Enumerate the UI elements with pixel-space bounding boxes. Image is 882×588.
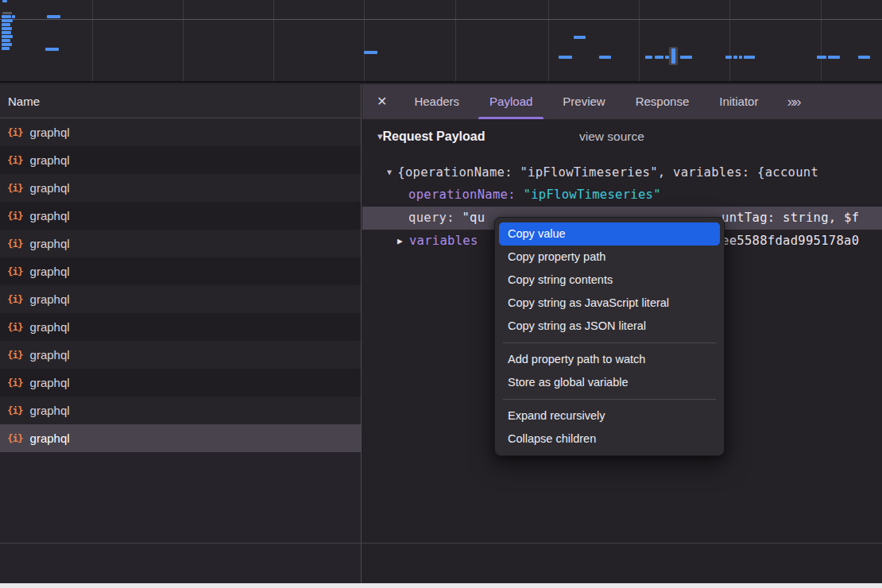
request-rows: {i}graphql{i}graphql{i}graphql{i}graphql…: [0, 118, 361, 452]
network-activity-bar: [2, 23, 10, 26]
menu-item-expand-recursively[interactable]: Expand recursively: [499, 404, 720, 427]
request-row-graphql[interactable]: {i}graphql: [0, 202, 361, 230]
request-name-label: graphql: [30, 209, 70, 222]
network-activity-bar: [574, 36, 586, 39]
menu-separator: [503, 399, 716, 400]
request-name-label: graphql: [30, 404, 70, 417]
request-row-graphql[interactable]: {i}graphql: [0, 174, 361, 202]
json-braces-icon: {i}: [7, 210, 23, 222]
request-name-label: graphql: [30, 320, 70, 334]
payload-summary: {operationName: "ipFlowTimeseries", vari…: [397, 165, 818, 180]
devtools-network-panel: Name {i}graphql{i}graphql{i}graphql{i}gr…: [0, 0, 882, 588]
network-activity-bar: [828, 56, 840, 59]
request-payload-section: ▾Request Payload view source: [377, 130, 485, 144]
network-activity-bar: [2, 27, 12, 30]
request-row-graphql[interactable]: {i}graphql: [0, 424, 361, 452]
network-activity-bar: [858, 56, 870, 59]
menu-item-copy-value[interactable]: Copy value: [499, 222, 720, 246]
details-tab-bar: ✕ HeadersPayloadPreviewResponseInitiator…: [362, 84, 882, 119]
expanded-caret-icon[interactable]: ▼: [387, 168, 392, 176]
json-braces-icon: {i}: [7, 182, 23, 194]
timeline-gridline: [92, 0, 93, 81]
more-tabs-icon[interactable]: »»: [787, 84, 799, 119]
payload-root-row[interactable]: ▼{operationName: "ipFlowTimeseries", var…: [362, 161, 882, 184]
request-name-label: graphql: [30, 348, 70, 362]
name-column-header[interactable]: Name: [0, 84, 361, 118]
request-row-graphql[interactable]: {i}graphql: [0, 257, 361, 285]
request-row-graphql[interactable]: {i}graphql: [0, 146, 361, 174]
window-bottom-edge: [0, 583, 882, 588]
json-braces-icon: {i}: [7, 321, 23, 333]
details-tabs: HeadersPayloadPreviewResponseInitiator: [414, 84, 758, 119]
timeline-gridline: [364, 0, 365, 81]
network-activity-bar: [655, 56, 663, 59]
property-key: query:: [408, 211, 455, 225]
tab-headers[interactable]: Headers: [414, 84, 459, 119]
request-name-label: graphql: [30, 376, 70, 389]
operation-name-row[interactable]: operationName: "ipFlowTimeseries": [362, 184, 882, 207]
menu-item-collapse-children[interactable]: Collapse children: [499, 427, 720, 451]
network-activity-bar: [2, 12, 12, 14]
property-key: operationName:: [408, 188, 516, 202]
timeline-gridline: [183, 0, 184, 81]
close-icon[interactable]: ✕: [377, 84, 387, 119]
view-source-link[interactable]: view source: [579, 130, 644, 144]
json-braces-icon: {i}: [7, 154, 23, 166]
request-row-graphql[interactable]: {i}graphql: [0, 341, 361, 369]
network-activity-bar: [2, 35, 13, 38]
request-row-graphql[interactable]: {i}graphql: [0, 285, 361, 313]
menu-item-store-as-global-variable[interactable]: Store as global variable: [499, 371, 720, 394]
property-value-right: ee5588fdad995178a0: [721, 230, 859, 253]
menu-item-copy-property-path[interactable]: Copy property path: [499, 246, 720, 269]
network-activity-bar: [744, 56, 755, 59]
menu-item-copy-string-as-json-literal[interactable]: Copy string as JSON literal: [499, 315, 720, 338]
property-value-right: untTag: string, $f: [721, 207, 859, 230]
timeline-gridline: [821, 0, 822, 81]
collapsed-caret-icon[interactable]: ▶: [397, 236, 403, 246]
json-braces-icon: {i}: [7, 293, 23, 305]
timeline-gridline: [0, 19, 882, 20]
json-braces-icon: {i}: [7, 377, 23, 389]
request-row-graphql[interactable]: {i}graphql: [0, 369, 361, 397]
request-name-label: graphql: [30, 153, 70, 167]
request-row-graphql[interactable]: {i}graphql: [0, 230, 361, 257]
network-activity-bar: [739, 56, 742, 59]
menu-item-add-property-path-to-watch[interactable]: Add property path to watch: [499, 348, 720, 371]
network-activity-bar: [2, 0, 7, 2]
json-braces-icon: {i}: [7, 126, 23, 138]
property-key: variables: [409, 234, 478, 248]
tab-initiator[interactable]: Initiator: [719, 84, 758, 119]
timeline-gridline: [548, 0, 549, 81]
request-name-label: graphql: [30, 181, 70, 195]
network-activity-bar: [599, 56, 611, 59]
menu-separator: [503, 342, 716, 343]
selected-request-marker: [669, 47, 678, 65]
menu-item-copy-string-as-javascript-literal[interactable]: Copy string as JavaScript literal: [499, 292, 720, 315]
property-value-left: "qu: [462, 211, 485, 225]
json-braces-icon: {i}: [7, 238, 23, 250]
network-activity-bar: [733, 56, 737, 59]
menu-item-copy-string-contents[interactable]: Copy string contents: [499, 269, 720, 292]
requests-panel: Name {i}graphql{i}graphql{i}graphql{i}gr…: [0, 84, 362, 583]
network-activity-bar: [2, 39, 10, 42]
json-braces-icon: {i}: [7, 432, 23, 444]
json-braces-icon: {i}: [7, 265, 23, 277]
timeline-gridline: [455, 0, 456, 81]
request-row-graphql[interactable]: {i}graphql: [0, 313, 361, 341]
request-row-graphql[interactable]: {i}graphql: [0, 397, 361, 424]
json-braces-icon: {i}: [7, 349, 23, 361]
tab-response[interactable]: Response: [636, 84, 690, 119]
network-activity-bar: [12, 15, 15, 18]
request-name-label: graphql: [30, 431, 70, 445]
request-name-label: graphql: [30, 237, 70, 250]
tab-payload[interactable]: Payload: [489, 84, 532, 119]
request-name-label: graphql: [30, 265, 70, 278]
network-activity-bar: [2, 31, 11, 34]
tab-preview[interactable]: Preview: [563, 84, 605, 119]
request-row-graphql[interactable]: {i}graphql: [0, 118, 361, 146]
network-activity-bar: [817, 56, 826, 59]
timeline-gridline: [639, 0, 640, 81]
network-activity-bar: [680, 56, 692, 59]
network-activity-bar: [559, 56, 572, 59]
network-overview-timeline[interactable]: [0, 0, 882, 83]
